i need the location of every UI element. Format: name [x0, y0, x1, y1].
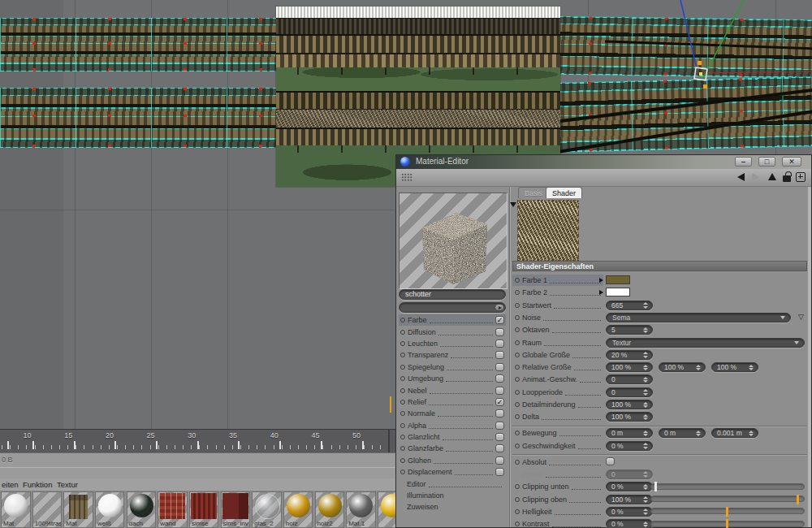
material-tile[interactable]: glas_2 — [252, 491, 282, 528]
material-layer-dropdown[interactable] — [399, 302, 506, 313]
material-tile[interactable]: Mat — [63, 491, 93, 528]
axis-gizmo[interactable] — [552, 0, 812, 154]
grid-handle-icon[interactable] — [401, 173, 412, 182]
channel-row-normale[interactable]: Normale — [399, 408, 506, 419]
channel-row-diffusion[interactable]: Diffusion — [399, 326, 506, 337]
gizmo-handle[interactable] — [698, 61, 702, 65]
value-spinner[interactable]: 100 % — [606, 362, 653, 372]
value-spinner[interactable]: 100 % — [711, 362, 758, 372]
animation-timeline[interactable]: 101520253035404550 — [0, 429, 395, 452]
material-tile[interactable] — [378, 491, 395, 528]
slider-track[interactable] — [650, 496, 805, 502]
back-icon[interactable] — [737, 173, 745, 181]
slider-handle[interactable] — [726, 507, 728, 517]
channel-checkbox[interactable]: ✓ — [495, 398, 504, 406]
channel-checkbox[interactable] — [495, 363, 504, 371]
menu-item-textur[interactable]: Textur — [57, 480, 78, 489]
channel-checkbox[interactable] — [495, 387, 504, 395]
material-tile[interactable]: Mat — [1, 491, 31, 528]
color-swatch[interactable] — [606, 275, 630, 284]
channel-row-nebel[interactable]: Nebel — [399, 384, 506, 396]
value-spinner[interactable]: 100 % — [606, 400, 653, 409]
channel-checkbox[interactable] — [495, 374, 504, 383]
value-spinner[interactable]: 0 — [606, 470, 653, 479]
channel-checkbox[interactable] — [495, 422, 504, 430]
value-spinner[interactable]: 5 — [606, 325, 653, 335]
channel-row-leuchten[interactable]: Leuchten — [399, 338, 506, 349]
material-preview[interactable] — [399, 193, 508, 289]
noise-curve-icon[interactable]: ▽ — [798, 313, 804, 321]
layer-arrow-icon[interactable] — [495, 304, 504, 311]
material-tile[interactable]: weiß — [95, 491, 125, 528]
maximize-button[interactable]: □ — [758, 157, 775, 167]
value-spinner[interactable]: 100 % — [606, 412, 653, 422]
value-spinner[interactable]: 0 m — [606, 428, 653, 438]
channel-checkbox[interactable] — [495, 409, 504, 418]
channel-row-zuweisen[interactable]: Zuweisen — [399, 501, 506, 513]
color-swatch[interactable] — [606, 288, 630, 296]
expand-arrow-icon[interactable] — [599, 290, 603, 295]
channel-row-relief[interactable]: Relief✓ — [399, 396, 506, 408]
material-tile[interactable]: dach — [127, 491, 157, 528]
material-tile[interactable]: Mat.1 — [346, 491, 376, 528]
minimize-button[interactable]: – — [735, 157, 752, 167]
channel-row-transparenz[interactable]: Transparenz — [399, 349, 506, 361]
channel-row-illumination[interactable]: Illumination — [399, 490, 506, 501]
slider-handle[interactable] — [654, 482, 657, 491]
material-tile[interactable]: wand — [158, 491, 188, 528]
track-mesh-upper-left[interactable] — [0, 18, 280, 71]
value-spinner[interactable]: 0 m — [659, 428, 706, 438]
material-tile[interactable]: holz — [283, 491, 313, 528]
channel-row-glanzfarbe[interactable]: Glanzfarbe — [399, 443, 506, 454]
expand-arrow-icon[interactable] — [599, 278, 603, 283]
value-spinner[interactable]: 665 — [606, 301, 653, 310]
lock-icon[interactable] — [783, 175, 791, 182]
value-spinner[interactable]: 0 % — [606, 507, 653, 517]
channel-row-displacement[interactable]: Displacement — [399, 466, 506, 478]
channel-checkbox[interactable] — [495, 457, 504, 465]
gizmo-center[interactable] — [699, 72, 702, 76]
add-icon[interactable] — [796, 172, 806, 182]
channel-checkbox[interactable] — [495, 468, 504, 476]
channel-row-editor[interactable]: Editor — [399, 478, 506, 489]
up-icon[interactable] — [768, 173, 776, 180]
value-spinner[interactable]: 0 — [606, 387, 653, 397]
menu-item-eiten[interactable]: eiten — [2, 480, 19, 489]
channel-checkbox[interactable] — [495, 328, 504, 336]
channel-row-umgebung[interactable]: Umgebung — [399, 373, 506, 384]
value-spinner[interactable]: 0 — [606, 374, 653, 384]
close-button[interactable]: ✕ — [782, 157, 801, 167]
channel-row-alpha[interactable]: Alpha — [399, 420, 506, 431]
forward-icon[interactable] — [752, 173, 759, 181]
dropdown-raum[interactable]: Textur — [606, 338, 805, 348]
channel-row-glanzlicht[interactable]: Glanzlicht — [399, 431, 506, 443]
value-spinner[interactable]: 100 % — [659, 362, 706, 372]
slider-handle[interactable] — [726, 519, 728, 528]
channel-checkbox[interactable]: ✓ — [495, 316, 504, 324]
menu-item-funktion[interactable]: Funktion — [23, 480, 52, 489]
material-tile[interactable]: sims_inv — [221, 491, 251, 528]
tab-basis[interactable]: Basis — [518, 187, 549, 198]
slider-track[interactable] — [650, 508, 805, 514]
value-spinner[interactable]: 100 % — [606, 495, 653, 504]
channel-row-farbe[interactable]: Farbe✓ — [399, 314, 506, 326]
property-checkbox[interactable] — [606, 457, 615, 465]
value-spinner[interactable]: 0 % — [606, 482, 653, 491]
track-mesh-lower-left[interactable] — [0, 88, 280, 148]
material-tile[interactable]: simse — [189, 491, 219, 528]
noise-shader-thumbnail[interactable] — [517, 200, 579, 261]
channel-checkbox[interactable] — [495, 433, 504, 441]
slider-track[interactable] — [650, 483, 805, 490]
dropdown-noise[interactable]: Sema — [606, 313, 791, 322]
value-spinner[interactable]: 0 % — [606, 441, 653, 451]
value-spinner[interactable]: 20 % — [606, 350, 653, 360]
channel-row-spiegelung[interactable]: Spiegelung — [399, 361, 506, 373]
channel-checkbox[interactable] — [495, 340, 504, 348]
tab-shader[interactable]: Shader — [546, 187, 582, 198]
material-name-field[interactable]: schotter — [399, 289, 506, 300]
slider-handle[interactable] — [797, 495, 799, 504]
slider-track[interactable] — [650, 521, 805, 527]
window-title-bar[interactable]: Material-Editor – □ ✕ — [396, 155, 811, 170]
shader-expander-icon[interactable] — [510, 202, 516, 207]
channel-checkbox[interactable] — [495, 444, 504, 452]
